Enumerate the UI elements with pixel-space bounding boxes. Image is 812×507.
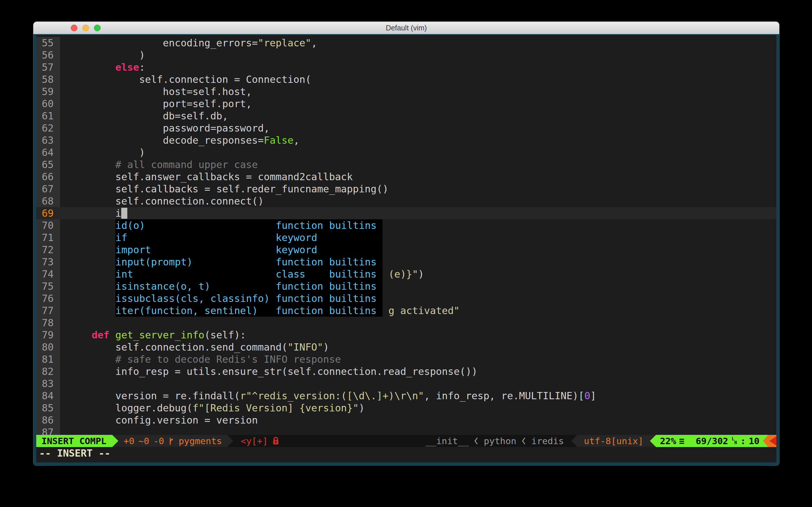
code-line[interactable]: 60 port=self.port, [36, 98, 776, 110]
line-code [60, 231, 68, 244]
completion-item[interactable]: input(prompt) function builtins [115, 256, 383, 268]
cursor-position: 69/302 [696, 435, 728, 447]
code-line[interactable]: 78 [36, 317, 776, 329]
code-line[interactable]: 65 # all command upper case [36, 159, 776, 171]
line-code: password=password, [60, 122, 270, 134]
code-line[interactable]: 85 logger.debug(f"[Redis Version] {versi… [36, 402, 776, 414]
line-number: 79 [36, 329, 60, 341]
code-token: "INFO" [288, 341, 323, 353]
code-line[interactable]: 79 def get_server_info(self): [36, 329, 776, 341]
zoom-button[interactable] [94, 24, 101, 31]
line-code: self.connection.connect() [60, 195, 264, 207]
code-line[interactable]: 80 self.connection.send_command("INFO") [36, 341, 776, 353]
colon-label: : [741, 435, 746, 447]
code-line[interactable]: 82 info_resp = utils.ensure_str(self.con… [36, 365, 776, 378]
line-number: 81 [36, 353, 60, 365]
line-number: 58 [36, 73, 60, 86]
vim-message-line: -- INSERT -- [36, 447, 776, 459]
line-number: 65 [36, 159, 60, 171]
code-token: self.connection.send_command( [68, 341, 288, 353]
line-code [60, 280, 68, 292]
code-line[interactable]: 62 password=password, [36, 122, 776, 134]
line-number: 69 [36, 207, 60, 219]
code-token: self.callbacks = self.reder_funcname_map… [68, 183, 388, 195]
code-token: def [92, 329, 109, 341]
code-token: (self): [204, 329, 246, 341]
line-code: logger.debug(f"[Redis Version] {version}… [60, 402, 365, 414]
completion-item[interactable]: isinstance(o, t) function builtins [115, 280, 383, 292]
statusline: INSERT COMPL +0 ~0 -0 pygments [36, 435, 776, 447]
separator-right-icon [227, 435, 233, 447]
completion-item[interactable]: issubclass(cls, classinfo) function buil… [115, 292, 383, 304]
chevron-left-icon [521, 437, 526, 445]
code-token [68, 329, 92, 341]
terminal-window: Default (vim) 55 encoding_errors="replac… [33, 22, 779, 465]
code-token: r"^redis_version:([\d\.]+)\r\n" [240, 390, 424, 402]
code-token: info_resp = utils.ensure_str(self.connec… [68, 365, 477, 377]
traffic-lights [71, 22, 101, 34]
line-code: encoding_errors="replace", [60, 37, 317, 49]
code-line[interactable]: 86 config.version = version [36, 414, 776, 426]
line-code: i [60, 207, 127, 219]
line-code: port=self.port, [60, 98, 252, 110]
code-line[interactable]: 63 decode_responses=False, [36, 134, 776, 146]
code-line[interactable]: 83 [36, 378, 776, 390]
code-token: i [68, 208, 121, 219]
mode-indicator: INSERT COMPL [36, 435, 112, 447]
diff-modified: ~0 [138, 435, 149, 447]
code-line[interactable]: 56 ) [36, 49, 776, 61]
code-line[interactable]: 67 self.callbacks = self.reder_funcname_… [36, 183, 776, 195]
diff-added: +0 [123, 435, 134, 447]
minimize-button[interactable] [82, 24, 89, 31]
code-line[interactable]: 64 ) [36, 146, 776, 159]
encoding-segment: utf-8[unix] [577, 435, 650, 447]
line-code: else: [60, 61, 145, 73]
code-token: ) [323, 341, 329, 353]
titlebar[interactable]: Default (vim) [33, 22, 779, 34]
code-token: host=self.host, [68, 86, 252, 97]
code-line[interactable]: 66 self.answer_callbacks = command2callb… [36, 171, 776, 183]
line-code: self.connection.send_command("INFO") [60, 341, 329, 353]
code-line[interactable]: 68 self.connection.connect() [36, 195, 776, 207]
code-line[interactable]: 69 i [36, 207, 776, 219]
column-number: 10 [749, 435, 760, 447]
code-line[interactable]: 61 db=self.db, [36, 110, 776, 122]
code-line[interactable]: 58 self.connection = Connection( [36, 73, 776, 86]
separator-left-icon [650, 435, 656, 447]
line-code [60, 292, 68, 304]
line-code [60, 317, 68, 329]
code-line[interactable]: 59 host=self.host, [36, 86, 776, 98]
code-token: self.connection = Connection( [68, 73, 311, 85]
line-number: 78 [36, 317, 60, 329]
code-token: db=self.db, [68, 110, 228, 122]
code-token [68, 159, 115, 170]
cursor-block [121, 208, 127, 219]
code-line[interactable]: 55 encoding_errors="replace", [36, 37, 776, 49]
code-token: , [311, 37, 317, 49]
line-code: ) [60, 146, 145, 159]
code-line[interactable]: 84 version = re.findall(r"^redis_version… [36, 390, 776, 402]
line-number: 73 [36, 256, 60, 268]
code-line[interactable]: 81 # safe to decode Redis's INFO respons… [36, 353, 776, 365]
code-token: ) [68, 49, 145, 61]
completion-item[interactable]: iter(function, sentinel) function builti… [115, 304, 383, 317]
vim-screen: 55 encoding_errors="replace", 56 ) 57 el… [36, 35, 776, 462]
code-line[interactable]: 57 else: [36, 61, 776, 73]
completion-popup: id(o) function builtins if keyword impor… [115, 219, 383, 317]
close-button[interactable] [71, 24, 78, 31]
code-token: self.connection.connect() [68, 195, 264, 207]
code-token: version = re.findall( [68, 390, 240, 402]
line-number: 59 [36, 86, 60, 98]
code-token [109, 329, 115, 341]
completion-item[interactable]: if keyword [115, 231, 383, 244]
code-token: ) [68, 147, 145, 158]
line-number: 85 [36, 402, 60, 414]
completion-item[interactable]: id(o) function builtins [115, 219, 383, 231]
completion-item[interactable]: import keyword [115, 244, 383, 256]
code-token: : [139, 61, 145, 73]
separator-right-icon [112, 435, 118, 447]
completion-item[interactable]: int class builtins [115, 268, 383, 280]
lines-icon: ≡ [679, 435, 685, 447]
ruler-segment: 22% ≡ 69/302 L N : 10 [656, 435, 762, 447]
diff-segment: +0 ~0 -0 pygments [118, 435, 227, 447]
